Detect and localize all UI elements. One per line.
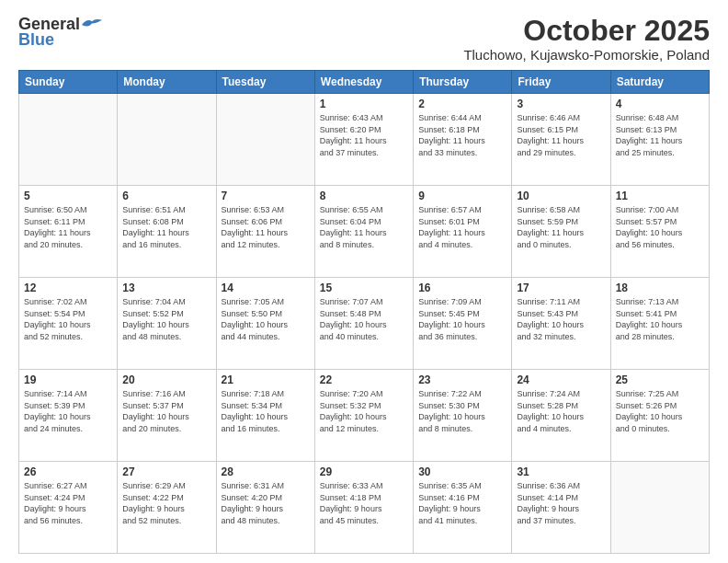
- calendar-cell: 13Sunrise: 7:04 AMSunset: 5:52 PMDayligh…: [118, 278, 216, 370]
- day-number: 22: [320, 373, 408, 386]
- day-info: Sunrise: 7:07 AMSunset: 5:48 PMDaylight:…: [320, 296, 408, 342]
- day-number: 11: [616, 190, 704, 202]
- day-info: Sunrise: 6:44 AMSunset: 6:18 PMDaylight:…: [418, 112, 506, 158]
- calendar-cell: 30Sunrise: 6:35 AMSunset: 4:16 PMDayligh…: [414, 462, 512, 554]
- page: General Blue October 2025 Tluchowo, Kuja…: [0, 0, 728, 563]
- day-info: Sunrise: 6:27 AMSunset: 4:24 PMDaylight:…: [24, 480, 112, 526]
- day-info: Sunrise: 6:48 AMSunset: 6:13 PMDaylight:…: [616, 112, 704, 158]
- weekday-header-row: SundayMondayTuesdayWednesdayThursdayFrid…: [19, 71, 710, 94]
- week-row-4: 26Sunrise: 6:27 AMSunset: 4:24 PMDayligh…: [19, 462, 710, 554]
- calendar-cell: [118, 94, 216, 186]
- month-title: October 2025: [463, 15, 710, 47]
- day-number: 7: [222, 190, 310, 202]
- calendar-cell: 23Sunrise: 7:22 AMSunset: 5:30 PMDayligh…: [414, 370, 512, 462]
- calendar-cell: 4Sunrise: 6:48 AMSunset: 6:13 PMDaylight…: [610, 94, 709, 186]
- day-number: 12: [24, 282, 112, 294]
- calendar-cell: 31Sunrise: 6:36 AMSunset: 4:14 PMDayligh…: [512, 462, 610, 554]
- calendar-cell: 26Sunrise: 6:27 AMSunset: 4:24 PMDayligh…: [19, 462, 118, 554]
- day-number: 17: [517, 282, 605, 294]
- day-info: Sunrise: 6:55 AMSunset: 6:04 PMDaylight:…: [320, 204, 408, 250]
- day-info: Sunrise: 6:46 AMSunset: 6:15 PMDaylight:…: [517, 112, 605, 158]
- day-number: 31: [517, 465, 605, 478]
- day-info: Sunrise: 6:36 AMSunset: 4:14 PMDaylight:…: [517, 480, 605, 526]
- day-number: 25: [616, 373, 704, 386]
- weekday-header-sunday: Sunday: [19, 71, 118, 94]
- calendar-cell: [610, 462, 709, 554]
- calendar-cell: 20Sunrise: 7:16 AMSunset: 5:37 PMDayligh…: [118, 370, 216, 462]
- day-number: 6: [122, 190, 210, 202]
- week-row-2: 12Sunrise: 7:02 AMSunset: 5:54 PMDayligh…: [19, 278, 710, 370]
- day-number: 26: [24, 465, 112, 478]
- day-info: Sunrise: 7:14 AMSunset: 5:39 PMDaylight:…: [24, 388, 112, 434]
- day-number: 29: [320, 465, 408, 478]
- day-info: Sunrise: 6:58 AMSunset: 5:59 PMDaylight:…: [517, 204, 605, 250]
- day-info: Sunrise: 6:43 AMSunset: 6:20 PMDaylight:…: [320, 112, 408, 158]
- calendar-table: SundayMondayTuesdayWednesdayThursdayFrid…: [18, 70, 710, 554]
- calendar-cell: 3Sunrise: 6:46 AMSunset: 6:15 PMDaylight…: [512, 94, 610, 186]
- weekday-header-wednesday: Wednesday: [314, 71, 413, 94]
- day-info: Sunrise: 7:25 AMSunset: 5:26 PMDaylight:…: [616, 388, 704, 434]
- day-info: Sunrise: 7:13 AMSunset: 5:41 PMDaylight:…: [616, 296, 704, 342]
- day-number: 8: [320, 190, 408, 202]
- week-row-1: 5Sunrise: 6:50 AMSunset: 6:11 PMDaylight…: [19, 186, 710, 278]
- calendar-cell: 14Sunrise: 7:05 AMSunset: 5:50 PMDayligh…: [216, 278, 314, 370]
- day-number: 24: [517, 373, 605, 386]
- calendar-cell: 28Sunrise: 6:31 AMSunset: 4:20 PMDayligh…: [216, 462, 314, 554]
- day-info: Sunrise: 6:33 AMSunset: 4:18 PMDaylight:…: [320, 480, 408, 526]
- calendar-cell: 15Sunrise: 7:07 AMSunset: 5:48 PMDayligh…: [314, 278, 413, 370]
- day-info: Sunrise: 7:00 AMSunset: 5:57 PMDaylight:…: [616, 204, 704, 250]
- calendar-cell: 21Sunrise: 7:18 AMSunset: 5:34 PMDayligh…: [216, 370, 314, 462]
- logo: General Blue: [18, 15, 102, 50]
- calendar-cell: 19Sunrise: 7:14 AMSunset: 5:39 PMDayligh…: [19, 370, 118, 462]
- day-number: 16: [418, 282, 506, 294]
- day-number: 14: [222, 282, 310, 294]
- logo-bird-icon: [82, 17, 102, 32]
- day-info: Sunrise: 6:50 AMSunset: 6:11 PMDaylight:…: [24, 204, 112, 250]
- day-number: 21: [222, 373, 310, 386]
- logo-blue: Blue: [18, 30, 54, 50]
- calendar-cell: 7Sunrise: 6:53 AMSunset: 6:06 PMDaylight…: [216, 186, 314, 278]
- day-number: 1: [320, 98, 408, 110]
- week-row-0: 1Sunrise: 6:43 AMSunset: 6:20 PMDaylight…: [19, 94, 710, 186]
- day-info: Sunrise: 7:22 AMSunset: 5:30 PMDaylight:…: [418, 388, 506, 434]
- day-number: 30: [418, 465, 506, 478]
- calendar-cell: 27Sunrise: 6:29 AMSunset: 4:22 PMDayligh…: [118, 462, 216, 554]
- weekday-header-tuesday: Tuesday: [216, 71, 314, 94]
- day-info: Sunrise: 7:16 AMSunset: 5:37 PMDaylight:…: [122, 388, 210, 434]
- day-info: Sunrise: 6:29 AMSunset: 4:22 PMDaylight:…: [122, 480, 210, 526]
- day-number: 3: [517, 98, 605, 110]
- calendar-cell: 11Sunrise: 7:00 AMSunset: 5:57 PMDayligh…: [610, 186, 709, 278]
- day-info: Sunrise: 7:11 AMSunset: 5:43 PMDaylight:…: [517, 296, 605, 342]
- day-number: 27: [122, 465, 210, 478]
- day-number: 19: [24, 373, 112, 386]
- day-info: Sunrise: 7:05 AMSunset: 5:50 PMDaylight:…: [222, 296, 310, 342]
- day-info: Sunrise: 6:57 AMSunset: 6:01 PMDaylight:…: [418, 204, 506, 250]
- day-number: 15: [320, 282, 408, 294]
- calendar-cell: 9Sunrise: 6:57 AMSunset: 6:01 PMDaylight…: [414, 186, 512, 278]
- calendar-cell: 24Sunrise: 7:24 AMSunset: 5:28 PMDayligh…: [512, 370, 610, 462]
- day-number: 28: [222, 465, 310, 478]
- title-section: October 2025 Tluchowo, Kujawsko-Pomorski…: [463, 15, 710, 63]
- calendar-cell: 18Sunrise: 7:13 AMSunset: 5:41 PMDayligh…: [610, 278, 709, 370]
- calendar-cell: 12Sunrise: 7:02 AMSunset: 5:54 PMDayligh…: [19, 278, 118, 370]
- day-info: Sunrise: 7:04 AMSunset: 5:52 PMDaylight:…: [122, 296, 210, 342]
- calendar-cell: 10Sunrise: 6:58 AMSunset: 5:59 PMDayligh…: [512, 186, 610, 278]
- day-info: Sunrise: 7:02 AMSunset: 5:54 PMDaylight:…: [24, 296, 112, 342]
- header: General Blue October 2025 Tluchowo, Kuja…: [18, 15, 710, 63]
- calendar-cell: 1Sunrise: 6:43 AMSunset: 6:20 PMDaylight…: [314, 94, 413, 186]
- day-info: Sunrise: 6:53 AMSunset: 6:06 PMDaylight:…: [222, 204, 310, 250]
- weekday-header-monday: Monday: [118, 71, 216, 94]
- day-info: Sunrise: 6:51 AMSunset: 6:08 PMDaylight:…: [122, 204, 210, 250]
- day-number: 23: [418, 373, 506, 386]
- weekday-header-thursday: Thursday: [414, 71, 512, 94]
- calendar-cell: 16Sunrise: 7:09 AMSunset: 5:45 PMDayligh…: [414, 278, 512, 370]
- calendar-cell: 2Sunrise: 6:44 AMSunset: 6:18 PMDaylight…: [414, 94, 512, 186]
- calendar-cell: 25Sunrise: 7:25 AMSunset: 5:26 PMDayligh…: [610, 370, 709, 462]
- weekday-header-friday: Friday: [512, 71, 610, 94]
- day-info: Sunrise: 7:20 AMSunset: 5:32 PMDaylight:…: [320, 388, 408, 434]
- calendar-cell: 22Sunrise: 7:20 AMSunset: 5:32 PMDayligh…: [314, 370, 413, 462]
- week-row-3: 19Sunrise: 7:14 AMSunset: 5:39 PMDayligh…: [19, 370, 710, 462]
- day-number: 4: [616, 98, 704, 110]
- day-number: 5: [24, 190, 112, 202]
- day-info: Sunrise: 6:31 AMSunset: 4:20 PMDaylight:…: [222, 480, 310, 526]
